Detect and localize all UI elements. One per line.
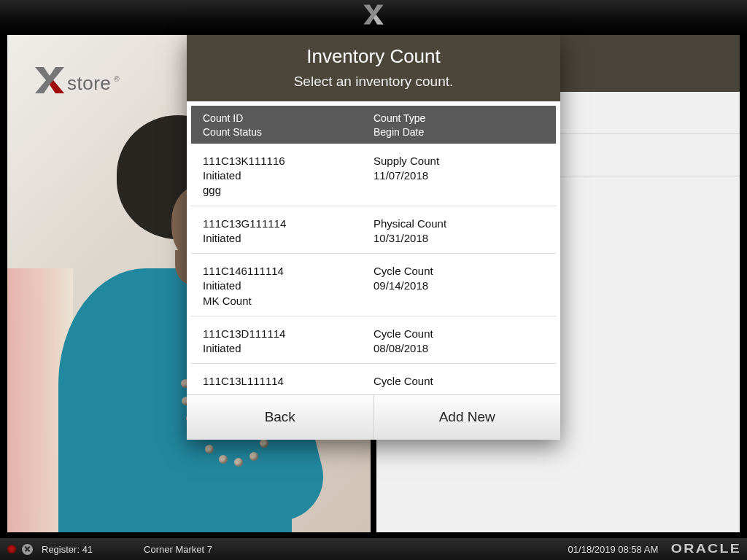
app-title-bar bbox=[0, 0, 747, 35]
row-status: Initiated bbox=[203, 168, 374, 183]
status-clock: 01/18/2019 08:58 AM bbox=[568, 544, 659, 555]
oracle-logo: ORACLE bbox=[671, 542, 741, 556]
inventory-count-list[interactable]: 111C13K111116 Initiated ggg Supply Count… bbox=[191, 144, 556, 390]
add-new-button[interactable]: Add New bbox=[374, 395, 561, 440]
row-extra: ggg bbox=[203, 183, 374, 198]
row-count-type: Cycle Count bbox=[374, 327, 544, 341]
inventory-count-modal: Inventory Count Select an inventory coun… bbox=[187, 35, 560, 440]
col-header-count-status: Count Status bbox=[203, 125, 374, 139]
close-icon[interactable] bbox=[22, 544, 33, 555]
row-extra: MK Count bbox=[203, 294, 374, 308]
modal-subtitle: Select an inventory count. bbox=[194, 74, 553, 90]
row-begin-date: 10/31/2018 bbox=[374, 231, 544, 246]
xstore-brand-text: store bbox=[67, 72, 111, 95]
inventory-count-row[interactable]: 111C13G111114 Initiated Physical Count 1… bbox=[191, 206, 556, 254]
row-count-id: 111C13G111114 bbox=[203, 217, 374, 231]
register-label: Register: 41 bbox=[42, 544, 93, 555]
row-count-id: 111C146111114 bbox=[203, 264, 374, 279]
row-status: Initiated bbox=[203, 279, 374, 293]
row-begin-date: 11/07/2018 bbox=[374, 168, 544, 183]
col-header-count-id: Count ID bbox=[203, 112, 374, 125]
inventory-count-row[interactable]: 111C13L111114 Initiated Cycle Count 12/2… bbox=[191, 364, 556, 390]
row-count-id: 111C13L111114 bbox=[203, 374, 374, 389]
inventory-count-row[interactable]: 111C146111114 Initiated MK Count Cycle C… bbox=[191, 254, 556, 316]
x-logo-icon bbox=[361, 1, 386, 28]
row-status: Initiated bbox=[203, 231, 374, 246]
xstore-x-icon bbox=[34, 66, 66, 95]
modal-header: Inventory Count Select an inventory coun… bbox=[187, 35, 560, 101]
xstore-brand: store ® bbox=[34, 66, 118, 95]
status-bar: Register: 41 Corner Market 7 01/18/2019 … bbox=[0, 538, 747, 560]
row-count-id: 111C13D111114 bbox=[203, 327, 374, 341]
inventory-count-row[interactable]: 111C13K111116 Initiated ggg Supply Count… bbox=[191, 144, 556, 206]
row-begin-date: 09/14/2018 bbox=[374, 279, 544, 293]
row-count-type: Cycle Count bbox=[374, 374, 544, 389]
svg-marker-3 bbox=[50, 80, 64, 93]
inventory-count-row[interactable]: 111C13D111114 Initiated Cycle Count 08/0… bbox=[191, 316, 556, 365]
row-count-type: Supply Count bbox=[374, 154, 544, 168]
modal-action-bar: Back Add New bbox=[187, 394, 560, 440]
row-begin-date: 08/08/2018 bbox=[374, 341, 544, 356]
row-count-id: 111C13K111116 bbox=[203, 154, 374, 168]
col-header-count-type: Count Type bbox=[374, 112, 544, 125]
modal-title: Inventory Count bbox=[194, 45, 553, 68]
modal-column-header: Count ID Count Status Count Type Begin D… bbox=[191, 106, 556, 144]
status-indicator-icon bbox=[7, 545, 16, 553]
registered-mark: ® bbox=[114, 75, 119, 83]
row-status: Initiated bbox=[203, 389, 374, 390]
back-button[interactable]: Back bbox=[187, 395, 374, 440]
row-begin-date: 12/22/2017 bbox=[374, 389, 544, 390]
col-header-begin-date: Begin Date bbox=[374, 125, 544, 139]
store-label: Corner Market 7 bbox=[144, 544, 212, 555]
row-status: Initiated bbox=[203, 341, 374, 356]
row-count-type: Cycle Count bbox=[374, 264, 544, 279]
row-count-type: Physical Count bbox=[374, 217, 544, 231]
